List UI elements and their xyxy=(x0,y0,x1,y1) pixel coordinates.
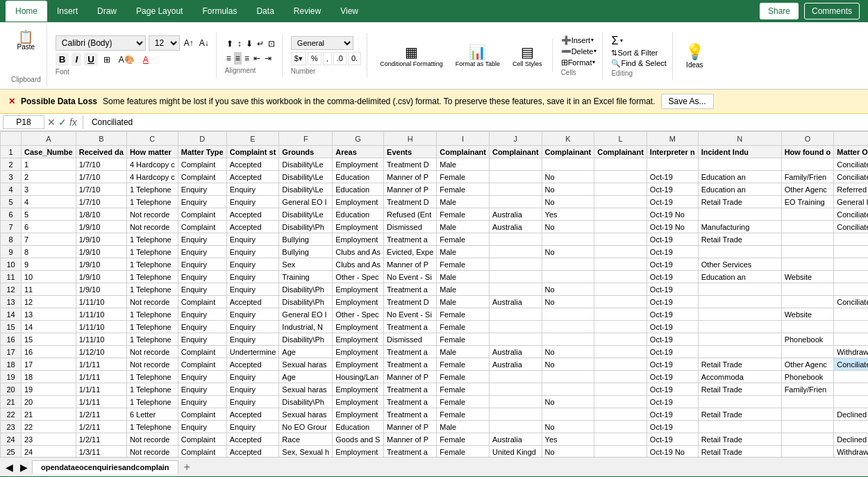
cell-K11[interactable] xyxy=(542,271,594,283)
cell-K2[interactable] xyxy=(542,158,594,171)
cell-O4[interactable]: Other Agenc xyxy=(781,183,834,196)
cell-B17[interactable]: 1/12/10 xyxy=(76,346,126,358)
cell-I7[interactable]: Male xyxy=(437,221,490,233)
cell-M7[interactable]: Oct-19 No xyxy=(646,221,698,233)
cell-E24[interactable]: Accepted xyxy=(226,433,279,446)
cell-M25[interactable]: Oct-19 No xyxy=(646,446,698,458)
cell-N5[interactable]: Retail Trade xyxy=(698,196,781,208)
insert-dropdown-icon[interactable]: ▾ xyxy=(591,37,594,43)
cell-M19[interactable]: Oct-19 xyxy=(646,371,698,383)
cell-P18[interactable]: Conciliated xyxy=(834,358,868,371)
cell-J9[interactable] xyxy=(489,246,542,258)
col-header-label-P[interactable]: Matter Outco xyxy=(834,146,868,158)
cell-C15[interactable]: 1 Telephone xyxy=(126,321,178,333)
cell-C25[interactable]: Not recorde xyxy=(126,446,178,458)
save-as-button[interactable]: Save As... xyxy=(661,94,714,109)
cell-L13[interactable] xyxy=(594,296,647,308)
cell-P10[interactable] xyxy=(834,258,868,271)
cell-P21[interactable] xyxy=(834,396,868,408)
format-button[interactable]: ⊞ Format ▾ xyxy=(561,58,597,67)
cell-O23[interactable] xyxy=(781,421,834,433)
autosum-dropdown-icon[interactable]: ▾ xyxy=(620,37,623,44)
cell-L10[interactable] xyxy=(594,258,647,271)
cell-B23[interactable]: 1/2/11 xyxy=(76,421,126,433)
cell-G2[interactable]: Employment xyxy=(333,158,384,171)
cell-J11[interactable] xyxy=(489,271,542,283)
cell-P9[interactable] xyxy=(834,246,868,258)
insert-button[interactable]: ➕ Insert ▾ xyxy=(561,35,597,45)
cell-P25[interactable]: Withdrawn xyxy=(834,446,868,458)
cell-A20[interactable]: 19 xyxy=(22,383,76,396)
cell-F17[interactable]: Age xyxy=(279,346,333,358)
cell-O24[interactable] xyxy=(781,433,834,446)
cell-N21[interactable] xyxy=(698,396,781,408)
cell-B2[interactable]: 1/7/10 xyxy=(76,158,126,171)
cell-A23[interactable]: 22 xyxy=(22,421,76,433)
cell-N6[interactable] xyxy=(698,208,781,221)
cell-M24[interactable]: Oct-19 xyxy=(646,433,698,446)
cell-P16[interactable] xyxy=(834,333,868,346)
cell-J12[interactable] xyxy=(489,283,542,296)
col-header-label-D[interactable]: Matter Type xyxy=(178,146,226,158)
cell-C16[interactable]: 1 Telephone xyxy=(126,333,178,346)
cell-A10[interactable]: 9 xyxy=(22,258,76,271)
cell-D10[interactable]: Enquiry xyxy=(178,258,226,271)
ribbon-tab-data[interactable]: Data xyxy=(247,1,283,22)
comma-button[interactable]: , xyxy=(323,52,332,65)
cell-C13[interactable]: Not recorde xyxy=(126,296,178,308)
cell-A25[interactable]: 24 xyxy=(22,446,76,458)
format-dropdown-icon[interactable]: ▾ xyxy=(592,59,595,65)
cell-C19[interactable]: 1 Telephone xyxy=(126,371,178,383)
cell-D16[interactable]: Enquiry xyxy=(178,333,226,346)
cell-P14[interactable] xyxy=(834,308,868,321)
cell-N15[interactable] xyxy=(698,321,781,333)
cell-I22[interactable]: Female xyxy=(437,408,490,421)
paste-button[interactable]: 📋 Paste xyxy=(12,28,40,53)
sort-filter-button[interactable]: ⇅ Sort & Filter xyxy=(611,49,666,58)
cell-B8[interactable]: 1/9/10 xyxy=(76,233,126,246)
cell-P3[interactable]: Conciliated xyxy=(834,171,868,183)
cell-A2[interactable]: 1 xyxy=(22,158,76,171)
cell-reference-input[interactable] xyxy=(3,115,44,129)
col-header-label-H[interactable]: Events xyxy=(384,146,437,158)
cell-B5[interactable]: 1/7/10 xyxy=(76,196,126,208)
cell-M11[interactable]: Oct-19 xyxy=(646,271,698,283)
cell-I2[interactable]: Male xyxy=(437,158,490,171)
confirm-formula-icon[interactable]: ✓ xyxy=(58,117,67,128)
cell-C5[interactable]: 1 Telephone xyxy=(126,196,178,208)
cell-F4[interactable]: Disability\Le xyxy=(279,183,333,196)
cell-L12[interactable] xyxy=(594,283,647,296)
cell-A19[interactable]: 18 xyxy=(22,371,76,383)
cell-P12[interactable] xyxy=(834,283,868,296)
cell-B11[interactable]: 1/9/10 xyxy=(76,271,126,283)
cell-N11[interactable]: Education an xyxy=(698,271,781,283)
cell-G5[interactable]: Employment xyxy=(333,196,384,208)
cell-E5[interactable]: Enquiry xyxy=(226,196,279,208)
cell-L15[interactable] xyxy=(594,321,647,333)
add-sheet-button[interactable]: + xyxy=(180,461,194,474)
cell-M21[interactable]: Oct-19 xyxy=(646,396,698,408)
cell-C24[interactable]: Not recorde xyxy=(126,433,178,446)
ribbon-tab-view[interactable]: View xyxy=(331,1,368,22)
cell-P19[interactable] xyxy=(834,371,868,383)
autosum-button[interactable]: Σ ▾ xyxy=(611,35,666,47)
cell-M18[interactable]: Oct-19 xyxy=(646,358,698,371)
ideas-button[interactable]: 💡 Ideas xyxy=(681,41,708,71)
col-header-label-N[interactable]: Incident Indu xyxy=(698,146,781,158)
cell-M8[interactable]: Oct-19 xyxy=(646,233,698,246)
cell-L18[interactable] xyxy=(594,358,647,371)
cell-F15[interactable]: Industrial, N xyxy=(279,321,333,333)
cell-H5[interactable]: Treatment D xyxy=(384,196,437,208)
cell-G7[interactable]: Employment xyxy=(333,221,384,233)
cell-B20[interactable]: 1/1/11 xyxy=(76,383,126,396)
cell-G18[interactable]: Employment xyxy=(333,358,384,371)
cell-C9[interactable]: 1 Telephone xyxy=(126,246,178,258)
cell-G23[interactable]: Education xyxy=(333,421,384,433)
cell-G21[interactable]: Employment xyxy=(333,396,384,408)
cell-F6[interactable]: Disability\Le xyxy=(279,208,333,221)
cell-M6[interactable]: Oct-19 No xyxy=(646,208,698,221)
cell-B19[interactable]: 1/1/11 xyxy=(76,371,126,383)
cell-D18[interactable]: Complaint xyxy=(178,358,226,371)
cell-N17[interactable] xyxy=(698,346,781,358)
fill-color-button[interactable]: A🎨 xyxy=(116,53,137,66)
